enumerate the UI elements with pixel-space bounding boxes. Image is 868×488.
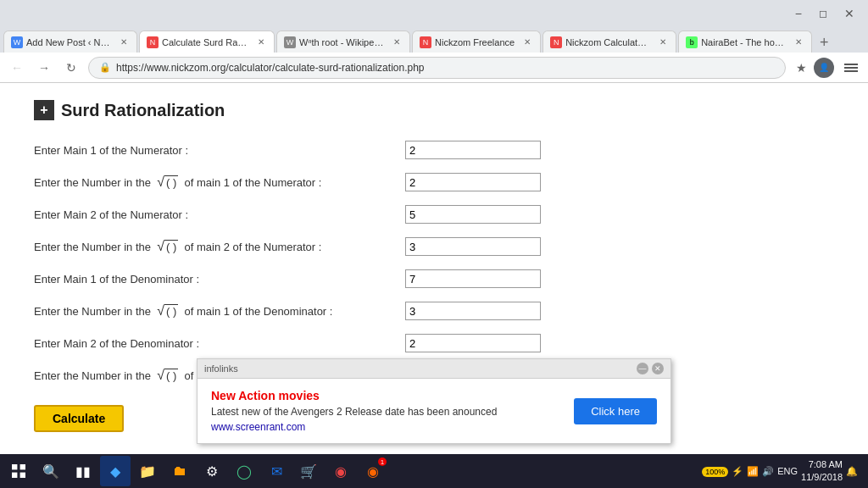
input-main2-numerator[interactable] — [405, 205, 541, 224]
input-main1-denominator[interactable] — [405, 269, 541, 288]
ad-header: infolinks — ✕ — [198, 359, 670, 379]
field-sqrt1-numerator: Enter the Number in the √( ) of main 1 o… — [34, 173, 834, 191]
tab-close-5[interactable]: ✕ — [657, 36, 669, 48]
tab-bar: W Add New Post ‹ Nickzo ✕ N Calculate Su… — [0, 27, 868, 53]
new-tab-btn[interactable]: + — [814, 32, 834, 53]
label-main2-denominator: Enter Main 2 of the Denominator : — [34, 337, 398, 350]
field-main2-denominator: Enter Main 2 of the Denominator : — [34, 334, 834, 352]
input-main1-numerator[interactable] — [405, 141, 541, 159]
tab-nickzom-freelance[interactable]: N Nickzom Freelance ✕ — [412, 30, 541, 53]
ad-source-label: infolinks — [204, 363, 238, 374]
address-bar[interactable]: 🔒 https://www.nickzom.org/calculator/cal… — [88, 57, 786, 79]
taskbar: 🔍 ▮▮ ◆ 📁 🖿 ⚙ ◯ ✉ 🛒 ◉ ◉ 1 100% ⚡ 📶 🔊 ENG … — [0, 454, 868, 464]
taskbar-store[interactable]: 🛒 — [293, 456, 324, 464]
label-sqrt1-denominator: Enter the Number in the √( ) of main 1 o… — [34, 303, 398, 319]
ad-close-btn[interactable]: ✕ — [652, 363, 664, 374]
taskbar-task-view[interactable]: ▮▮ — [68, 456, 98, 464]
calculate-button[interactable]: Calculate — [34, 405, 124, 432]
restore-btn[interactable]: ◻ — [812, 8, 834, 19]
input-sqrt2-numerator[interactable] — [405, 237, 541, 256]
tab-icon-2: N — [147, 36, 159, 48]
tab-icon-4: N — [420, 36, 431, 48]
ad-title: New Action movies — [211, 389, 564, 402]
tab-add-new-post[interactable]: W Add New Post ‹ Nickzo ✕ — [3, 30, 137, 53]
taskbar-search[interactable]: 🔍 — [36, 456, 66, 464]
taskbar-right: 100% ⚡ 📶 🔊 ENG 7:08 AM 11/9/2018 🔔 — [702, 458, 865, 464]
tab-icon-1: W — [11, 36, 23, 48]
menu-button[interactable] — [841, 60, 861, 75]
ad-minimize-btn[interactable]: — — [637, 363, 648, 374]
field-main2-numerator: Enter Main 2 of the Numerator : — [34, 205, 834, 224]
tab-close-6[interactable]: ✕ — [793, 36, 804, 48]
back-btn[interactable]: ← — [7, 58, 27, 78]
ad-description: Latest new of the Avengers 2 Release dat… — [211, 406, 564, 418]
input-sqrt1-denominator[interactable] — [405, 302, 541, 320]
taskbar-app1[interactable]: ◉ — [326, 456, 356, 464]
label-sqrt2-numerator: Enter the Number in the √( ) of main 2 o… — [34, 239, 398, 254]
title-icon: + — [34, 100, 54, 120]
taskbar-start[interactable] — [3, 456, 34, 464]
ad-link[interactable]: www.screenrant.com — [211, 421, 564, 433]
tab-nth-root[interactable]: W Wⁿth root - Wikipedia ✕ — [276, 30, 410, 53]
field-sqrt2-numerator: Enter the Number in the √( ) of main 2 o… — [34, 237, 834, 256]
nav-bar: ← → ↻ 🔒 https://www.nickzom.org/calculat… — [0, 53, 868, 83]
taskbar-chrome[interactable]: ◯ — [229, 456, 259, 464]
tab-close-4[interactable]: ✕ — [521, 36, 533, 48]
taskbar-mail[interactable]: ✉ — [261, 456, 292, 464]
page-title: Surd Rationalization — [61, 101, 225, 120]
reload-btn[interactable]: ↻ — [61, 58, 81, 78]
tab-close-3[interactable]: ✕ — [391, 36, 403, 48]
label-main2-numerator: Enter Main 2 of the Numerator : — [34, 208, 398, 221]
close-btn[interactable]: ✕ — [837, 7, 861, 20]
taskbar-edge[interactable]: ◆ — [100, 456, 131, 464]
field-main1-denominator: Enter Main 1 of the Denominator : — [34, 269, 834, 288]
title-bar: − ◻ ✕ — [0, 0, 868, 27]
address-text: https://www.nickzom.org/calculator/calcu… — [116, 62, 425, 74]
input-main2-denominator[interactable] — [405, 334, 541, 352]
ad-popup: infolinks — ✕ New Action movies Latest n… — [197, 358, 671, 444]
lock-icon: 🔒 — [99, 62, 111, 73]
tab-close-2[interactable]: ✕ — [255, 36, 267, 48]
ad-body: New Action movies Latest new of the Aven… — [198, 379, 670, 443]
minimize-btn[interactable]: − — [788, 7, 809, 20]
ad-close-buttons: — ✕ — [637, 363, 664, 374]
taskbar-files[interactable]: 📁 — [132, 456, 163, 464]
tab-close-1[interactable]: ✕ — [118, 36, 130, 48]
label-main1-numerator: Enter Main 1 of the Numerator : — [34, 144, 398, 157]
label-main1-denominator: Enter Main 1 of the Denominator : — [34, 273, 398, 286]
tab-nickzom-calculator[interactable]: N Nickzom Calculator So ✕ — [542, 30, 676, 53]
input-sqrt1-numerator[interactable] — [405, 173, 541, 191]
field-main1-numerator: Enter Main 1 of the Numerator : — [34, 141, 834, 159]
taskbar-app2[interactable]: ◉ 1 — [358, 456, 388, 464]
taskbar-files2[interactable]: 🖿 — [164, 456, 195, 464]
forward-btn[interactable]: → — [34, 58, 54, 78]
profile-avatar[interactable]: 👤 — [814, 58, 834, 78]
ad-cta-button[interactable]: Click here — [574, 398, 657, 424]
field-sqrt1-denominator: Enter the Number in the √( ) of main 1 o… — [34, 302, 834, 320]
tab-naira-bet[interactable]: b NairaBet - The home o ✕ — [678, 30, 812, 53]
tab-icon-6: b — [686, 36, 698, 48]
label-sqrt1-numerator: Enter the Number in the √( ) of main 1 o… — [34, 175, 398, 190]
tab-icon-3: W — [284, 36, 296, 48]
taskbar-clock: 7:08 AM 11/9/2018 — [801, 458, 843, 464]
taskbar-settings[interactable]: ⚙ — [197, 456, 227, 464]
tab-calculate-surd[interactable]: N Calculate Surd Rationa ✕ — [139, 30, 275, 53]
page-title-section: + Surd Rationalization — [34, 100, 834, 120]
tab-icon-5: N — [550, 36, 562, 48]
bookmark-icon[interactable]: ★ — [796, 61, 807, 75]
ad-text-block: New Action movies Latest new of the Aven… — [211, 389, 564, 433]
